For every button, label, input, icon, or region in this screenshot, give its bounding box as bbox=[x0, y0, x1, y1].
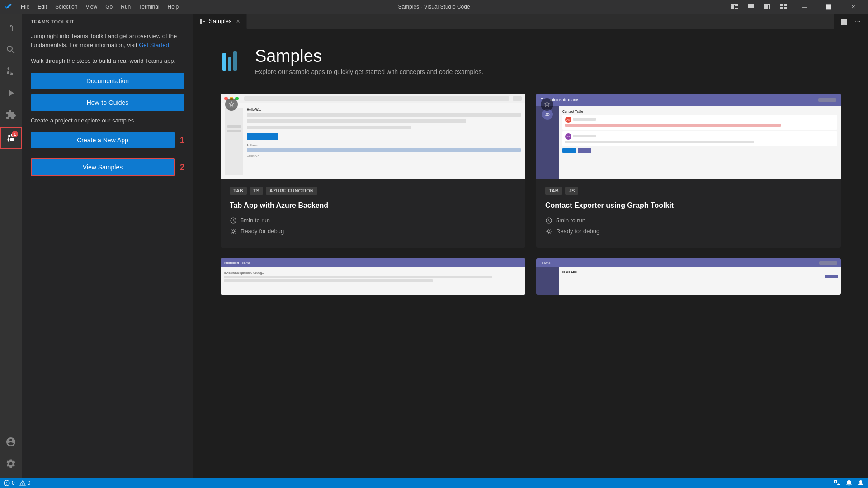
menu-selection[interactable]: Selection bbox=[52, 3, 81, 11]
menu-help[interactable]: Help bbox=[164, 3, 183, 11]
create-app-step-label: 1 bbox=[180, 136, 184, 145]
contact-avatar-2: AV bbox=[565, 133, 571, 140]
sample-card-4[interactable]: Teams To Do List bbox=[536, 258, 841, 295]
menu-terminal[interactable]: Terminal bbox=[135, 3, 163, 11]
menu-edit[interactable]: Edit bbox=[34, 3, 51, 11]
svg-rect-21 bbox=[844, 19, 847, 25]
tab-close-button[interactable]: × bbox=[236, 18, 240, 25]
card-debug-text-1: Ready for debug bbox=[241, 228, 284, 235]
sidebar-item-extensions[interactable] bbox=[0, 104, 22, 126]
sidebar-content: Jump right into Teams Toolkit and get an… bbox=[22, 28, 193, 478]
menu-items: File Edit Selection View Go Run Terminal… bbox=[17, 3, 182, 11]
get-started-link[interactable]: Get Started bbox=[139, 42, 169, 48]
vscode-logo-icon bbox=[5, 3, 12, 10]
teams-search-bar bbox=[818, 98, 836, 102]
create-new-app-button[interactable]: Create a New App bbox=[31, 132, 175, 148]
maximize-button[interactable]: ⬜ bbox=[818, 0, 839, 14]
sidebar-item-debug[interactable] bbox=[0, 82, 22, 104]
layout-controls bbox=[728, 0, 790, 14]
svg-rect-7 bbox=[748, 9, 754, 9]
minimize-button[interactable]: — bbox=[794, 0, 815, 14]
preview-search-4 bbox=[819, 261, 837, 265]
preview-to-do-title: To Do List bbox=[561, 270, 838, 273]
view-samples-row: View Samples 2 bbox=[31, 158, 184, 176]
svg-rect-6 bbox=[748, 5, 754, 8]
sidebar-item-source-control[interactable] bbox=[0, 61, 22, 82]
svg-rect-12 bbox=[784, 4, 787, 6]
status-bar: 0 0 bbox=[0, 478, 868, 488]
clock-icon-2 bbox=[545, 217, 552, 224]
star-button-1[interactable] bbox=[225, 98, 238, 111]
svg-rect-23 bbox=[228, 57, 231, 71]
sidebar-item-teams[interactable]: 1 T bbox=[0, 127, 22, 149]
toggle-secondary-sidebar-icon[interactable] bbox=[760, 0, 774, 14]
svg-point-26 bbox=[232, 230, 235, 232]
sidebar-intro-text: Jump right into Teams Toolkit and get an… bbox=[31, 32, 184, 49]
card-preview-img-4: Teams To Do List bbox=[536, 258, 841, 295]
contact-initials-2: AV bbox=[566, 135, 570, 138]
svg-rect-11 bbox=[780, 4, 783, 6]
card-preview-img-1: Hello W... 1. Disp... Graph API bbox=[221, 94, 525, 179]
svg-rect-20 bbox=[841, 19, 844, 25]
preview-line-1d bbox=[247, 148, 521, 152]
teams-avatar-initials-1: JD bbox=[545, 113, 550, 117]
sidebar-section-text: Create a project or explore our samples. bbox=[31, 116, 184, 125]
svg-point-29 bbox=[548, 230, 550, 232]
teams-toolkit-sidebar: TEAMS TOOLKIT Jump right into Teams Tool… bbox=[22, 14, 193, 478]
contact-email-line-1 bbox=[565, 124, 781, 127]
card-preview-4: Teams To Do List bbox=[536, 258, 841, 295]
sample-card-3[interactable]: Microsoft Teams EXEMortangle flood debug… bbox=[221, 258, 525, 295]
sample-card-tab-azure[interactable]: Hello W... 1. Disp... Graph API bbox=[221, 94, 525, 248]
tab-samples-label: Samples bbox=[209, 18, 232, 24]
svg-rect-5 bbox=[748, 4, 754, 5]
toggle-sidebar-icon[interactable] bbox=[728, 0, 741, 14]
preview-body-4: To Do List bbox=[536, 267, 841, 295]
gear-debug-icon-2 bbox=[545, 228, 552, 235]
sidebar-item-accounts[interactable] bbox=[0, 431, 22, 453]
menu-file[interactable]: File bbox=[17, 3, 33, 11]
sidebar-item-settings[interactable] bbox=[0, 453, 22, 474]
title-bar-right: — ⬜ ✕ bbox=[728, 0, 863, 14]
menu-go[interactable]: Go bbox=[102, 3, 116, 11]
star-button-2[interactable] bbox=[541, 98, 553, 111]
status-sync-icon[interactable] bbox=[834, 479, 841, 487]
toggle-panel-icon[interactable] bbox=[744, 0, 758, 14]
status-bell-icon[interactable] bbox=[845, 479, 853, 487]
sidebar-item-search[interactable] bbox=[0, 39, 22, 61]
preview-sidebar-1 bbox=[225, 108, 243, 175]
close-button[interactable]: ✕ bbox=[843, 0, 863, 14]
card-preview-2: T Microsoft Teams JD bbox=[536, 94, 841, 179]
preview-close-1 bbox=[513, 96, 522, 101]
sidebar-title: TEAMS TOOLKIT bbox=[22, 14, 193, 28]
contact-name-line-1 bbox=[573, 118, 596, 121]
how-to-guides-button[interactable]: How-to Guides bbox=[31, 94, 184, 111]
card-body-2: TAB JS Contact Exporter using Graph Tool… bbox=[536, 179, 841, 248]
menu-view[interactable]: View bbox=[82, 3, 101, 11]
teams-contact-item-2: AV bbox=[562, 131, 837, 146]
status-bar-left: 0 0 bbox=[4, 480, 30, 486]
view-samples-button[interactable]: View Samples bbox=[31, 158, 175, 176]
samples-title: Samples bbox=[255, 47, 483, 65]
teams-nav-2: JD bbox=[536, 106, 559, 179]
tag-ts-1: TS bbox=[250, 187, 263, 195]
clock-icon-1 bbox=[230, 217, 237, 224]
bell-icon bbox=[845, 479, 853, 487]
preview-browser-bar-1 bbox=[221, 94, 525, 103]
status-account-icon[interactable] bbox=[857, 479, 864, 487]
documentation-button[interactable]: Documentation bbox=[31, 73, 184, 89]
customize-layout-icon[interactable] bbox=[777, 0, 790, 14]
card-debug-text-2: Ready for debug bbox=[556, 228, 599, 235]
tag-row-2: TAB JS bbox=[545, 187, 832, 195]
card-title-1: Tab App with Azure Backend bbox=[230, 201, 516, 211]
svg-rect-2 bbox=[735, 5, 738, 6]
card-title-2: Contact Exporter using Graph Toolkit bbox=[545, 201, 832, 211]
more-actions-icon[interactable]: ⋯ bbox=[851, 15, 864, 28]
card-debug-1: Ready for debug bbox=[230, 228, 516, 235]
tab-samples[interactable]: Samples × bbox=[193, 14, 247, 29]
sidebar-item-explorer[interactable] bbox=[0, 17, 22, 39]
sample-card-contact-exporter[interactable]: T Microsoft Teams JD bbox=[536, 94, 841, 248]
menu-run[interactable]: Run bbox=[117, 3, 134, 11]
status-errors-warnings[interactable]: 0 0 bbox=[4, 480, 30, 486]
card-time-1: 5min to run bbox=[230, 217, 516, 224]
split-editor-icon[interactable] bbox=[837, 15, 851, 28]
